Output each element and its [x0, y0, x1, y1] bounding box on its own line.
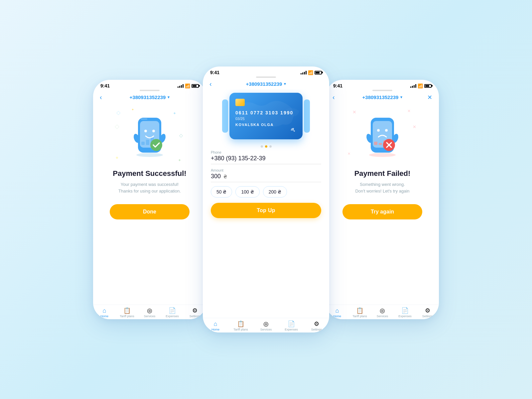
- settings-label-right: Settings: [422, 315, 433, 318]
- tab-expenses-center[interactable]: 📄 Expenses: [279, 321, 304, 331]
- phone-number-right[interactable]: +380931352239 ▾: [362, 94, 403, 100]
- dot-3[interactable]: [269, 145, 272, 148]
- phone-field-value[interactable]: +380 (93) 135-22-39: [211, 155, 321, 164]
- close-button-right[interactable]: ✕: [427, 94, 432, 101]
- services-label-right: Services: [377, 315, 388, 318]
- chip-100[interactable]: 100 ₴: [235, 186, 259, 198]
- chevron-icon-left: ▾: [168, 95, 170, 99]
- expenses-icon-center: 📄: [288, 321, 295, 327]
- wifi-icon-left: 📶: [185, 83, 190, 88]
- expenses-label-left: Expenses: [166, 315, 179, 318]
- phone-number-center[interactable]: +380931352239 ▾: [246, 81, 286, 87]
- dot-2[interactable]: [265, 145, 267, 148]
- svg-point-10: [150, 139, 162, 151]
- dot-1[interactable]: [261, 145, 263, 148]
- tab-services-center[interactable]: ◎ Services: [253, 321, 279, 331]
- svg-rect-6: [146, 140, 149, 145]
- deco-x-3: ✕: [413, 124, 416, 129]
- svg-point-16: [377, 129, 380, 132]
- wifi-icon-right: 📶: [418, 83, 423, 88]
- status-time-right: 9:41: [333, 83, 342, 88]
- header-center: ‹ +380931352239 ▾: [203, 80, 329, 89]
- status-icons-right: 📶: [410, 83, 432, 88]
- tab-home-right[interactable]: ⌂ Home: [326, 308, 348, 318]
- status-icons-center: 📶: [301, 70, 322, 75]
- notch-left: [140, 90, 160, 91]
- signal-icon-center: [301, 70, 307, 74]
- back-button-left[interactable]: ‹: [100, 93, 102, 101]
- back-button-right[interactable]: ‹: [332, 93, 335, 101]
- tab-services-right[interactable]: ◎ Services: [371, 308, 394, 318]
- deco-shape-5: ◆: [116, 156, 118, 159]
- tab-settings-center[interactable]: ⚙ Settings: [304, 321, 329, 331]
- settings-label-center: Settings: [311, 328, 322, 331]
- wifi-icon-center: 📶: [308, 70, 313, 75]
- phone-failed: 9:41 📶 ‹ +380931352239 ▾ ✕: [326, 80, 439, 319]
- amount-chips: 50 ₴ 100 ₴ 200 ₴: [211, 186, 321, 198]
- services-icon-right: ◎: [380, 308, 385, 314]
- svg-rect-19: [379, 143, 382, 145]
- topup-button[interactable]: Top Up: [211, 203, 321, 218]
- chip-200[interactable]: 200 ₴: [263, 186, 287, 198]
- phone-number-left[interactable]: +380931352239 ▾: [130, 94, 170, 100]
- header-left: ‹ +380931352239 ▾: [93, 93, 206, 103]
- home-label-left: Home: [100, 315, 108, 318]
- tariff-label-center: Tariff plans: [233, 328, 248, 331]
- svg-point-13: [369, 153, 396, 157]
- services-label-left: Services: [144, 315, 156, 318]
- main-content: 0611 0772 3103 1990 03/25 KOVALSKA OLGA: [203, 89, 329, 318]
- tariff-icon-left: 📋: [123, 308, 131, 314]
- tab-services-left[interactable]: ◎ Services: [138, 308, 161, 318]
- amount-field-value[interactable]: 300 ₴: [211, 173, 321, 182]
- tariff-label-left: Tariff plans: [120, 315, 134, 318]
- back-button-center[interactable]: ‹: [209, 80, 212, 88]
- settings-icon-left: ⚙: [192, 308, 198, 314]
- notch-center: [256, 76, 276, 78]
- tab-tariff-right[interactable]: 📋 Tariff plans: [348, 308, 371, 318]
- services-icon-left: ◎: [147, 308, 152, 314]
- retry-button[interactable]: Try again: [342, 204, 422, 219]
- success-title: Payment Successful!: [113, 169, 186, 178]
- success-content: ◇ ✦ ✦ ◇ ◆ ✦ ◇: [93, 103, 206, 305]
- deco-x-2: ✕: [407, 109, 411, 113]
- status-bar-right: 9:41 📶: [326, 80, 439, 90]
- signal-icon-right: [410, 84, 416, 88]
- status-time-left: 9:41: [100, 83, 110, 88]
- done-button[interactable]: Done: [110, 204, 190, 219]
- success-phone-svg: [131, 114, 168, 158]
- failed-subtitle: Something went wrong.Don't worries! Let'…: [355, 181, 409, 194]
- success-subtitle: Your payment was successful!Thanks for u…: [118, 181, 181, 194]
- home-label-center: Home: [211, 328, 219, 331]
- credit-card[interactable]: 0611 0772 3103 1990 03/25 KOVALSKA OLGA: [229, 93, 303, 139]
- home-icon-center: ⌂: [214, 321, 217, 327]
- deco-x-4: ✕: [347, 152, 350, 156]
- phone-main: 9:41 📶 ‹ +380931352239 ▾: [203, 66, 329, 332]
- deco-shape-4: ◇: [115, 123, 119, 130]
- chevron-icon-center: ▾: [284, 82, 286, 86]
- tab-expenses-right[interactable]: 📄 Expenses: [394, 308, 416, 318]
- status-bar-center: 9:41 📶: [203, 66, 329, 76]
- tab-expenses-left[interactable]: 📄 Expenses: [161, 308, 184, 318]
- chip-50[interactable]: 50 ₴: [211, 186, 232, 198]
- phone-success: 9:41 📶 ‹ +380931352239 ▾: [93, 80, 206, 319]
- header-right: ‹ +380931352239 ▾ ✕: [326, 93, 439, 103]
- tab-tariff-center[interactable]: 📋 Tariff plans: [228, 321, 253, 331]
- svg-point-12: [294, 130, 295, 132]
- battery-icon-left: [192, 84, 199, 88]
- tab-settings-right[interactable]: ⚙ Settings: [416, 308, 439, 318]
- tab-bar-right: ⌂ Home 📋 Tariff plans ◎ Services 📄 Expen…: [326, 305, 439, 319]
- tariff-icon-center: 📋: [237, 321, 244, 327]
- home-icon-right: ⌂: [335, 308, 339, 314]
- tab-home-center[interactable]: ⌂ Home: [203, 321, 228, 331]
- deco-shape-6: ✦: [178, 158, 181, 163]
- phone-field-label: Phone: [211, 150, 321, 154]
- tariff-label-right: Tariff plans: [352, 315, 367, 318]
- tab-tariff-left[interactable]: 📋 Tariff plans: [116, 308, 138, 318]
- svg-point-4: [152, 130, 155, 132]
- failed-title: Payment Failed!: [354, 169, 411, 178]
- card-side-right: [304, 99, 310, 133]
- tab-home-left[interactable]: ⌂ Home: [93, 308, 116, 318]
- svg-rect-11: [141, 118, 147, 120]
- svg-point-17: [385, 129, 388, 132]
- payment-form: Phone +380 (93) 135-22-39 Amount 300 ₴ 5…: [209, 150, 323, 218]
